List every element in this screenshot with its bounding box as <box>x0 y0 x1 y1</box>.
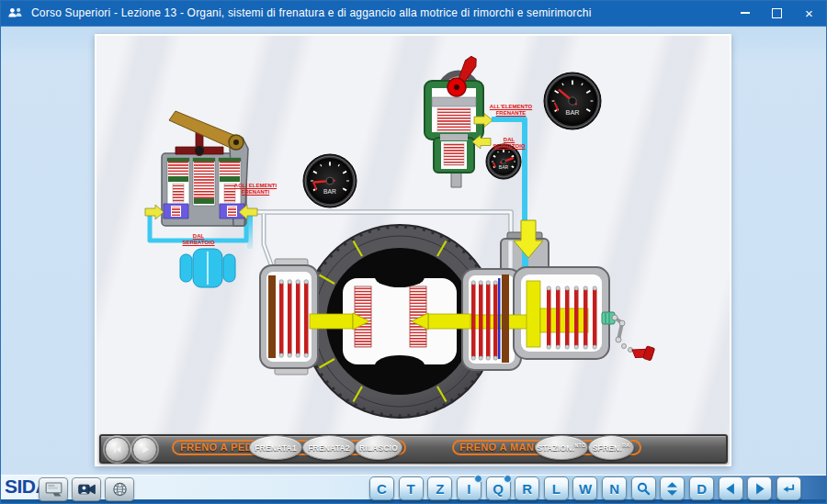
maximize-icon <box>772 8 782 18</box>
key-t[interactable]: T <box>399 476 424 500</box>
minimize-icon <box>741 12 750 13</box>
hand-brake-group-label: FRENO A MANO <box>459 442 542 453</box>
key-i[interactable]: I <box>457 476 481 500</box>
step-button-rilascio[interactable]: RILASCIO <box>355 435 402 460</box>
label-to-braking-elements: AGLI ELEMENTIFRENANTI <box>226 183 285 196</box>
play-button[interactable] <box>132 437 157 462</box>
step-button-stazion[interactable]: STAZION.NTO <box>535 435 588 460</box>
step-button-frenata1[interactable]: FRENATA1 <box>249 435 302 460</box>
key-c[interactable]: C <box>369 476 394 500</box>
key-arrow-left[interactable] <box>719 476 743 500</box>
notification-dot <box>504 475 512 483</box>
step-button-sfren[interactable]: SFREN.RA <box>588 435 634 460</box>
label-from-reservoir-pedal: DALSERBATOIO <box>171 233 226 246</box>
key-up-down[interactable] <box>660 476 685 500</box>
key-r[interactable]: R <box>515 476 539 500</box>
key-d[interactable]: D <box>689 476 714 500</box>
people-icon <box>7 6 24 19</box>
key-arrow-right[interactable] <box>747 476 772 500</box>
lesson-canvas <box>95 34 731 466</box>
window-title: Corso Superiori - Lezione 13 - Organi, s… <box>31 6 592 19</box>
label-to-braking-element-hand: ALL'ELEMENTOFRENANTE <box>487 104 535 117</box>
web-button[interactable] <box>105 477 134 501</box>
close-button[interactable]: × <box>793 0 825 26</box>
title-bar: Corso Superiori - Lezione 13 - Organi, s… <box>0 0 827 27</box>
key-enter[interactable] <box>776 476 801 500</box>
step-button-frenata2[interactable]: FRENATA2 <box>302 435 356 460</box>
board-button[interactable] <box>39 477 68 501</box>
media-buttons <box>39 477 134 501</box>
webcam-button[interactable] <box>72 477 101 501</box>
notification-dot <box>474 475 482 483</box>
key-n[interactable]: N <box>602 476 627 500</box>
label-from-reservoir-hand: DALSERBATOIO <box>491 137 527 150</box>
key-q[interactable]: Q <box>486 476 511 500</box>
maximize-button[interactable] <box>761 0 793 26</box>
shortcut-keys: CTZIQRLWND <box>369 476 801 500</box>
skip-start-button[interactable] <box>105 437 130 462</box>
minimize-button[interactable] <box>729 0 761 26</box>
key-magnifier[interactable] <box>631 476 656 500</box>
close-icon: × <box>805 6 813 20</box>
transport-controls <box>105 437 157 462</box>
key-w[interactable]: W <box>572 476 597 500</box>
key-l[interactable]: L <box>544 476 569 500</box>
key-z[interactable]: Z <box>427 476 452 500</box>
